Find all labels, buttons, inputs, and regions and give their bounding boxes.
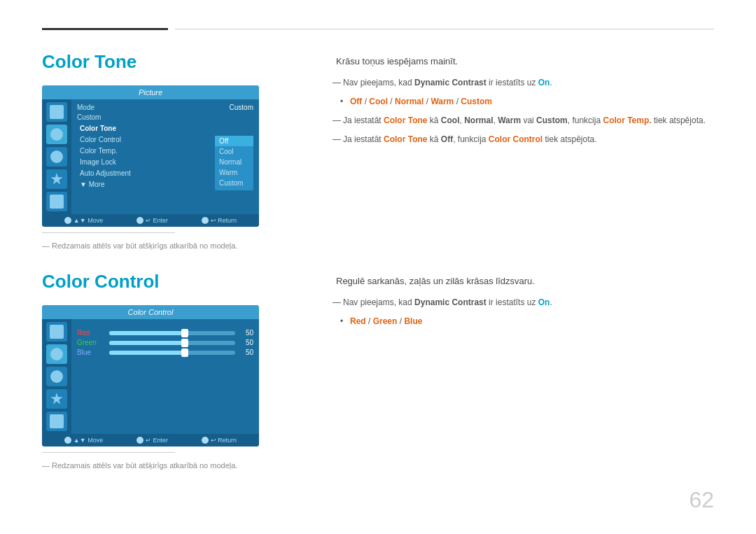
icon-shape-1	[50, 105, 64, 119]
slider-red-track[interactable]	[109, 331, 235, 335]
slider-blue-fill	[109, 351, 185, 355]
icon-circle-2	[50, 128, 63, 141]
color-tone-bold2: Color Tone	[384, 115, 427, 125]
cc-icon-gear-4	[50, 393, 63, 405]
slider-row-green: Green 50	[77, 339, 253, 346]
cc-footer-enter-label: ↵ Enter	[146, 437, 168, 444]
color-control-desc: Regulē sarkanās, zaļās un zilās krāsas l…	[336, 274, 714, 289]
cc-icon-circle-2	[50, 348, 63, 360]
color-control-right: Regulē sarkanās, zaļās un zilās krāsas l…	[308, 271, 714, 470]
color-tone-title: Color Tone	[42, 51, 308, 73]
menu-item-imagelock[interactable]: Image Lock	[77, 157, 212, 167]
cc-footer-move: ▲▼ Move	[64, 437, 103, 444]
cc-return-icon	[202, 437, 209, 444]
cool-label: Cool	[369, 97, 388, 106]
top-line-light	[175, 29, 714, 29]
slider-green-thumb	[181, 339, 188, 347]
footer-move-label: ▲▼ Move	[74, 217, 103, 224]
blue-label: Blue	[404, 316, 422, 326]
color-tone-bold3: Color Tone	[384, 134, 427, 144]
warm-label: Warm	[430, 97, 454, 106]
off-label: Off	[350, 97, 362, 106]
color-control-left: Color Control Color Control	[42, 271, 308, 470]
normal-label: Normal	[395, 97, 424, 106]
color-tone-bullet: Off / Cool / Normal / Warm / Custom	[336, 95, 714, 108]
dropdown-cool[interactable]: Cool	[215, 146, 253, 157]
cool-bold: Cool	[441, 115, 460, 125]
footer-return: ↩ Return	[202, 217, 237, 224]
mode-value: Custom	[230, 104, 253, 111]
color-control-screen: Color Control Red	[42, 305, 259, 447]
slider-green-label: Green	[77, 339, 105, 346]
slider-green-track[interactable]	[109, 341, 235, 345]
color-tone-screen: Picture Mode Custom	[42, 85, 259, 227]
color-tone-note2: Ja iestatāt Color Tone kā Cool, Normal, …	[336, 114, 714, 127]
color-tone-note3: Ja iestatāt Color Tone kā Off, funkcija …	[336, 133, 714, 146]
slider-blue-value: 50	[239, 349, 253, 356]
menu-item-autoadjust[interactable]: Auto Adjustment	[77, 168, 212, 178]
move-icon	[64, 217, 71, 224]
custom-bold: Custom	[536, 115, 568, 125]
on-label2: On	[538, 297, 550, 307]
page-container: Color Tone Picture Mo	[0, 0, 756, 519]
color-control-bullet: Red / Green / Blue	[336, 315, 714, 328]
on-label1: On	[538, 78, 550, 87]
icon-1	[46, 102, 67, 122]
cc-icon-shape-5	[50, 414, 64, 428]
cc-icon-4	[46, 389, 67, 409]
color-tone-section: Color Tone Picture Mo	[42, 51, 714, 250]
icon-5	[46, 192, 67, 211]
screen-body: Mode Custom Custom Color Tone Color Cont…	[42, 99, 259, 214]
slider-blue-label: Blue	[77, 349, 105, 356]
dropdown-warm[interactable]: Warm	[215, 167, 253, 178]
color-control-title: Color Control	[42, 271, 308, 293]
menu-item-more[interactable]: ▼ More	[77, 179, 212, 190]
color-tone-left: Color Tone Picture Mo	[42, 51, 308, 250]
cc-screen-body: Red 50 Green	[42, 319, 259, 434]
cc-screen-footer: ▲▼ Move ↵ Enter ↩ Return	[42, 434, 259, 447]
icon-4	[46, 169, 67, 189]
cc-icon-3	[46, 367, 67, 386]
slider-red-thumb	[181, 329, 188, 337]
colorcontrol-bold: Color Control	[489, 134, 542, 144]
cc-screen-sliders: Red 50 Green	[71, 319, 259, 434]
separator-1	[42, 232, 175, 233]
menu-item-colorcontrol[interactable]: Color Control	[77, 134, 212, 145]
dynamic-contrast-bold1: Dynamic Contrast	[414, 78, 486, 87]
color-tone-right: Krāsu toņus iespējams mainīt. Nav pieeja…	[308, 51, 714, 250]
dropdown-off[interactable]: Off	[215, 136, 253, 146]
cc-screen-icons	[42, 319, 71, 434]
dynamic-contrast-bold2: Dynamic Contrast	[414, 297, 486, 307]
slider-red-fill	[109, 331, 185, 335]
slider-red-value: 50	[239, 329, 253, 337]
screen-icons	[42, 99, 71, 214]
screen-footer: ▲▼ Move ↵ Enter ↩ Return	[42, 214, 259, 227]
normal-bold: Normal	[464, 115, 493, 125]
menu-row-custom: Custom	[77, 113, 253, 121]
color-control-note1: Nav pieejams, kad Dynamic Contrast ir ie…	[336, 296, 714, 309]
slider-row-blue: Blue 50	[77, 349, 253, 356]
footer-return-label: ↩ Return	[211, 217, 237, 224]
cc-footer-return-label: ↩ Return	[211, 437, 237, 444]
cc-enter-icon	[136, 437, 144, 444]
menu-item-colortemp[interactable]: Color Temp.	[77, 146, 212, 156]
color-tone-note1: Nav pieejams, kad Dynamic Contrast ir ie…	[336, 76, 714, 90]
slider-green-value: 50	[239, 339, 253, 346]
slider-blue-thumb	[181, 349, 188, 357]
slider-red-label: Red	[77, 329, 105, 337]
menu-row-mode: Mode Custom	[77, 104, 253, 111]
icon-2	[46, 125, 67, 144]
cc-screen-title-bar: Color Control	[42, 305, 259, 319]
footer-move: ▲▼ Move	[64, 217, 103, 224]
cc-icon-2	[46, 344, 67, 364]
slider-blue-track[interactable]	[109, 351, 235, 355]
color-tone-desc: Krāsu toņus iespējams mainīt.	[336, 55, 714, 69]
red-label: Red	[350, 316, 366, 326]
slider-green-fill	[109, 341, 185, 345]
menu-item-colortone[interactable]: Color Tone	[77, 123, 253, 134]
cc-footer-move-label: ▲▼ Move	[74, 437, 103, 444]
dropdown-normal[interactable]: Normal	[215, 157, 253, 167]
screen-menu: Mode Custom Custom Color Tone Color Cont…	[71, 99, 259, 214]
return-icon	[202, 217, 209, 224]
dropdown-custom[interactable]: Custom	[215, 178, 253, 188]
